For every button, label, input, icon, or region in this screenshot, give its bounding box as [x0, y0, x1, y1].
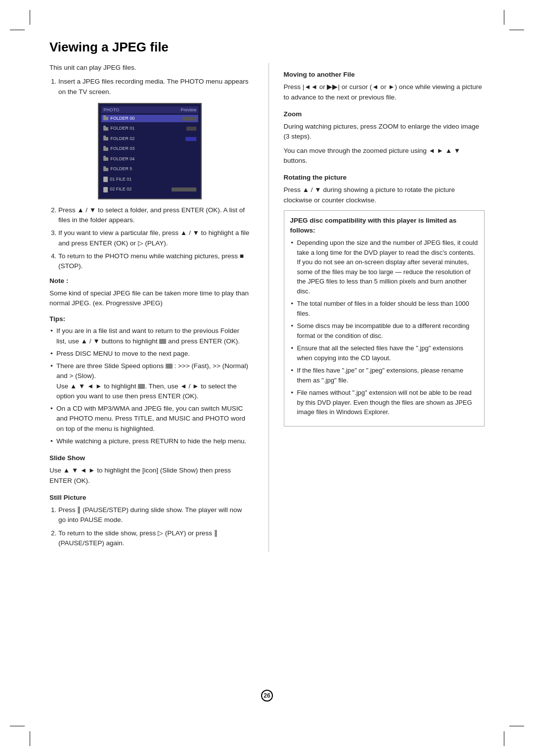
step-4: To return to the PHOTO menu while watchi…: [58, 251, 251, 272]
folder-icon-0: [103, 117, 108, 120]
rotating-text: Press ▲ / ▼ during showing a picture to …: [284, 185, 485, 205]
two-column-layout: This unit can play JPEG files. Insert a …: [49, 63, 485, 552]
still-picture-steps: Press ‖ (PAUSE/STEP) during slide show. …: [58, 505, 251, 548]
screen-item-name-2: FOLDER 02: [110, 136, 134, 142]
screen-item-name-6: 01 FILE 01: [110, 176, 132, 183]
screen-list: FOLDER 00 FOLDER 01 FOLDER 02: [101, 115, 198, 193]
tips-label: Tips:: [49, 314, 251, 324]
moving-label: Moving to another File: [284, 70, 485, 80]
page-number: 26: [261, 690, 273, 702]
screen-list-item-4: FOLDER 04: [101, 155, 198, 163]
slide-show-label: Slide Show: [49, 453, 251, 463]
compat-item-0: Depending upon the size and the number o…: [290, 238, 479, 296]
compat-item-4: If the files have ".jpe" or ".jpeg" exte…: [290, 366, 479, 385]
right-column: Moving to another File Press |◄◄ or ▶▶| …: [268, 63, 485, 552]
folder-icon-2: [103, 137, 108, 141]
screen-bar-1: [186, 127, 196, 131]
folder-icon-inline: [159, 339, 166, 344]
screen-list-item-6: 01 FILE 01: [101, 176, 198, 184]
folder-icon-5: [103, 168, 108, 171]
screen-title-bar: PHOTO Preview: [101, 106, 198, 113]
moving-text: Press |◄◄ or ▶▶| or cursor (◄ or ►) once…: [284, 82, 485, 102]
rotating-label: Rotating the picture: [284, 173, 485, 183]
intro-text: This unit can play JPEG files.: [49, 63, 251, 73]
left-column: This unit can play JPEG files. Insert a …: [49, 63, 251, 552]
folder-icon-1: [103, 127, 108, 131]
file-icon-6: [103, 177, 108, 182]
compat-item-5: File names without ".jpg" extension will…: [290, 388, 479, 417]
corner-mark-tr-h: [509, 30, 524, 30]
speed-icon-inline2: [138, 384, 145, 389]
corner-mark-tl-h: [10, 30, 25, 30]
tip-5: While watching a picture, press RETURN t…: [49, 436, 251, 446]
file-icon-7: [103, 187, 108, 192]
screen-item-name-5: FOLDER 5: [110, 166, 132, 173]
screen-list-item-3: FOLDER 03: [101, 145, 198, 153]
screen-list-item-1: FOLDER 01: [101, 125, 198, 133]
still-step-2: To return to the slide show, press ▷ (PL…: [58, 528, 251, 549]
compat-item-1: The total number of files in a folder sh…: [290, 299, 479, 318]
page-content: Viewing a JPEG file This unit can play J…: [49, 40, 485, 716]
zoom-text2: You can move through the zoomed picture …: [284, 146, 485, 166]
corner-mark-bl-h: [10, 726, 25, 726]
tip-1: If you are in a file list and want to re…: [49, 326, 251, 346]
corner-mark-br-h: [509, 726, 524, 726]
buttons-to-highlight-text: buttons to highlight: [101, 337, 157, 345]
screen-item-name-1: FOLDER 01: [110, 125, 134, 132]
compat-item-3: Ensure that all the selected files have …: [290, 343, 479, 363]
screen-title: PHOTO: [103, 107, 119, 112]
note-text: Some kind of special JPEG file can be ta…: [49, 288, 251, 309]
step-1: Insert a JPEG files recording media. The…: [58, 77, 251, 97]
slide-show-text: Use ▲ ▼ ◄ ► to highlight the [icon] (Sli…: [49, 466, 251, 486]
screen-mockup: PHOTO Preview FOLDER 00 FOLDER 01: [98, 103, 202, 199]
still-picture-label: Still Picture: [49, 493, 251, 503]
zoom-label: Zoom: [284, 109, 485, 119]
still-step-1: Press ‖ (PAUSE/STEP) during slide show. …: [58, 505, 251, 525]
compat-item-2: Some discs may be incompatible due to a …: [290, 321, 479, 340]
screen-preview-label: Preview: [180, 107, 196, 112]
screen-bar-7: [172, 188, 196, 191]
screen-list-item-0: FOLDER 00: [101, 115, 198, 123]
note-label: Note :: [49, 276, 251, 286]
steps-list: Insert a JPEG files recording media. The…: [58, 77, 251, 97]
compat-list: Depending upon the size and the number o…: [290, 238, 479, 417]
page-title: Viewing a JPEG file: [49, 40, 485, 55]
compat-title: JPEG disc compatibility with this player…: [290, 216, 479, 236]
screen-bar-2: [185, 137, 196, 141]
tip-2: Press DISC MENU to move to the next page…: [49, 349, 251, 359]
step-3: If you want to view a particular file, p…: [58, 228, 251, 248]
zoom-text1: During watching pictures, press ZOOM to …: [284, 122, 485, 142]
folder-icon-4: [103, 157, 108, 161]
corner-mark-br-v: [504, 731, 504, 746]
screen-bar-0: [182, 117, 196, 121]
screen-list-item-2: FOLDER 02: [101, 135, 198, 143]
screen-list-item-5: FOLDER 5: [101, 165, 198, 173]
compat-note: JPEG disc compatibility with this player…: [284, 210, 485, 426]
step-2: Press ▲ / ▼ to select a folder, and pres…: [58, 205, 251, 226]
screen-item-name-7: 02 FILE 02: [110, 186, 132, 193]
tips-list: If you are in a file list and want to re…: [49, 326, 251, 446]
screen-item-name-3: FOLDER 03: [110, 145, 134, 152]
tip-4: On a CD with MP3/WMA and JPEG file, you …: [49, 404, 251, 434]
tip-3: There are three Slide Speed options : >>…: [49, 361, 251, 401]
screen-item-name-4: FOLDER 04: [110, 156, 134, 163]
corner-mark-tr-v: [504, 10, 504, 25]
corner-mark-bl-v: [30, 731, 30, 746]
corner-mark-tl-v: [30, 10, 30, 25]
steps-list-2: Press ▲ / ▼ to select a folder, and pres…: [58, 205, 251, 272]
speed-icon-inline: [166, 364, 173, 369]
screen-item-name-0: FOLDER 00: [110, 115, 134, 122]
screen-list-item-7: 02 FILE 02: [101, 186, 198, 193]
folder-icon-3: [103, 147, 108, 151]
